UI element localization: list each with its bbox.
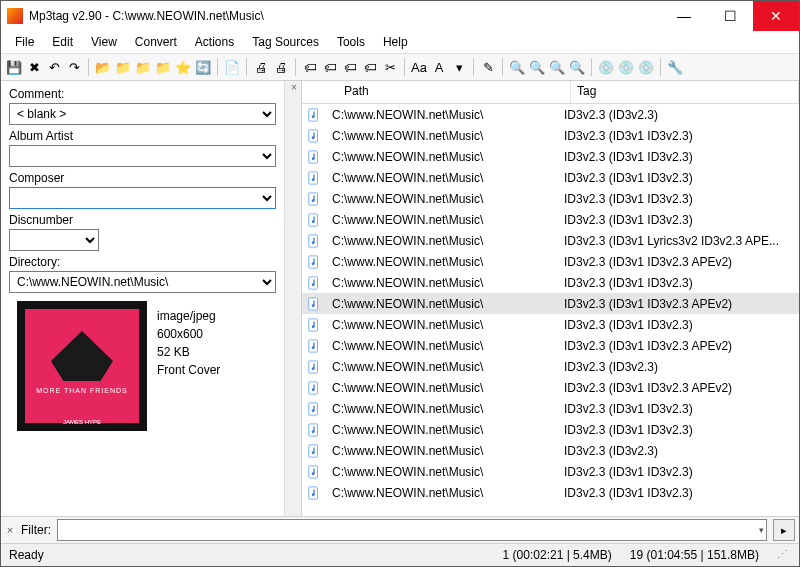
copy-tag-1-icon[interactable]: 🏷 xyxy=(301,58,319,76)
svg-point-19 xyxy=(312,304,315,307)
menu-actions[interactable]: Actions xyxy=(187,33,242,51)
filter-input[interactable]: ▾ xyxy=(57,519,767,541)
cover-info: image/jpeg 600x600 52 KB Front Cover xyxy=(157,301,220,431)
cell-path: C:\www.NEOWIN.net\Music\ xyxy=(326,213,558,227)
table-row[interactable]: C:\www.NEOWIN.net\Music\ID3v2.3 (ID3v1 I… xyxy=(302,125,799,146)
star-icon[interactable]: ⭐ xyxy=(174,58,192,76)
resize-grip-icon[interactable]: ⋰ xyxy=(777,548,791,562)
svg-point-23 xyxy=(312,346,315,349)
music-file-icon xyxy=(302,444,326,458)
print-all-icon[interactable]: 🖨 xyxy=(272,58,290,76)
actions-2-icon[interactable]: A xyxy=(430,58,448,76)
table-row[interactable]: C:\www.NEOWIN.net\Music\ID3v2.3 (ID3v2.3… xyxy=(302,104,799,125)
menu-help[interactable]: Help xyxy=(375,33,416,51)
music-file-icon xyxy=(302,150,326,164)
column-tag[interactable]: Tag xyxy=(571,81,799,103)
minimize-button[interactable]: — xyxy=(661,1,707,31)
table-row[interactable]: C:\www.NEOWIN.net\Music\ID3v2.3 (ID3v1 I… xyxy=(302,419,799,440)
cell-tag: ID3v2.3 (ID3v1 ID3v2.3 APEv2) xyxy=(558,255,799,269)
source-1-icon[interactable]: 🔍 xyxy=(508,58,526,76)
list-icon[interactable]: 📄 xyxy=(223,58,241,76)
cell-path: C:\www.NEOWIN.net\Music\ xyxy=(326,444,558,458)
table-row[interactable]: C:\www.NEOWIN.net\Music\ID3v2.3 (ID3v1 L… xyxy=(302,230,799,251)
disc-2-icon[interactable]: 💿 xyxy=(617,58,635,76)
svg-point-3 xyxy=(312,136,315,139)
copy-tag-3-icon[interactable]: 🏷 xyxy=(341,58,359,76)
print-icon[interactable]: 🖨 xyxy=(252,58,270,76)
table-row[interactable]: C:\www.NEOWIN.net\Music\ID3v2.3 (ID3v1 I… xyxy=(302,209,799,230)
menu-tag-sources[interactable]: Tag Sources xyxy=(244,33,327,51)
svg-rect-2 xyxy=(309,129,318,141)
undo-icon[interactable]: ↶ xyxy=(45,58,63,76)
folder-up-icon[interactable]: 📁 xyxy=(134,58,152,76)
table-row[interactable]: C:\www.NEOWIN.net\Music\ID3v2.3 (ID3v2.3… xyxy=(302,440,799,461)
title-bar: Mp3tag v2.90 - C:\www.NEOWIN.net\Music\ … xyxy=(1,1,799,31)
edit-icon[interactable]: ✎ xyxy=(479,58,497,76)
cell-tag: ID3v2.3 (ID3v1 ID3v2.3) xyxy=(558,465,799,479)
table-row[interactable]: C:\www.NEOWIN.net\Music\ID3v2.3 (ID3v1 I… xyxy=(302,335,799,356)
table-row[interactable]: C:\www.NEOWIN.net\Music\ID3v2.3 (ID3v1 I… xyxy=(302,272,799,293)
actions-1-icon[interactable]: Aa xyxy=(410,58,428,76)
table-row[interactable]: C:\www.NEOWIN.net\Music\ID3v2.3 (ID3v1 I… xyxy=(302,251,799,272)
album-artist-field[interactable] xyxy=(9,145,276,167)
table-row[interactable]: C:\www.NEOWIN.net\Music\ID3v2.3 (ID3v1 I… xyxy=(302,188,799,209)
svg-point-17 xyxy=(312,283,315,286)
close-button[interactable]: ✕ xyxy=(753,1,799,31)
music-file-icon xyxy=(302,486,326,500)
table-row[interactable]: C:\www.NEOWIN.net\Music\ID3v2.3 (ID3v1 I… xyxy=(302,398,799,419)
redo-icon[interactable]: ↷ xyxy=(65,58,83,76)
cell-path: C:\www.NEOWIN.net\Music\ xyxy=(326,381,558,395)
cell-path: C:\www.NEOWIN.net\Music\ xyxy=(326,150,558,164)
panel-scrollbar[interactable] xyxy=(284,81,301,516)
table-row[interactable]: C:\www.NEOWIN.net\Music\ID3v2.3 (ID3v2.3… xyxy=(302,356,799,377)
delete-icon[interactable]: ✖ xyxy=(25,58,43,76)
svg-point-15 xyxy=(312,262,315,265)
table-row[interactable]: C:\www.NEOWIN.net\Music\ID3v2.3 (ID3v1 I… xyxy=(302,461,799,482)
menu-bar: FileEditViewConvertActionsTag SourcesToo… xyxy=(1,31,799,54)
column-path[interactable]: Path xyxy=(338,81,571,103)
directory-field[interactable]: C:\www.NEOWIN.net\Music\ xyxy=(9,271,276,293)
disc-1-icon[interactable]: 💿 xyxy=(597,58,615,76)
comment-field[interactable]: < blank > xyxy=(9,103,276,125)
copy-tag-4-icon[interactable]: 🏷 xyxy=(361,58,379,76)
menu-tools[interactable]: Tools xyxy=(329,33,373,51)
discnumber-field[interactable] xyxy=(9,229,99,251)
composer-field[interactable] xyxy=(9,187,276,209)
album-art[interactable]: MORE THAN FRIENDS JAMES HYPE xyxy=(17,301,147,431)
music-file-icon xyxy=(302,234,326,248)
table-row[interactable]: C:\www.NEOWIN.net\Music\ID3v2.3 (ID3v1 I… xyxy=(302,377,799,398)
svg-point-25 xyxy=(312,367,315,370)
settings-icon[interactable]: 🔧 xyxy=(666,58,684,76)
dd-icon[interactable]: ▾ xyxy=(450,58,468,76)
list-header[interactable]: Path Tag xyxy=(302,81,799,104)
menu-file[interactable]: File xyxy=(7,33,42,51)
music-file-icon xyxy=(302,465,326,479)
maximize-button[interactable]: ☐ xyxy=(707,1,753,31)
save-icon[interactable]: 💾 xyxy=(5,58,23,76)
source-3-icon[interactable]: 🔍 xyxy=(548,58,566,76)
disc-3-icon[interactable]: 💿 xyxy=(637,58,655,76)
table-row[interactable]: C:\www.NEOWIN.net\Music\ID3v2.3 (ID3v1 I… xyxy=(302,146,799,167)
menu-convert[interactable]: Convert xyxy=(127,33,185,51)
panel-close-icon[interactable]: × xyxy=(287,81,301,95)
folder-open-icon[interactable]: 📂 xyxy=(94,58,112,76)
cell-path: C:\www.NEOWIN.net\Music\ xyxy=(326,276,558,290)
table-row[interactable]: C:\www.NEOWIN.net\Music\ID3v2.3 (ID3v1 I… xyxy=(302,482,799,503)
filter-go-button[interactable]: ▸ xyxy=(773,519,795,541)
source-4-icon[interactable]: 🔍 xyxy=(568,58,586,76)
cell-tag: ID3v2.3 (ID3v1 ID3v2.3 APEv2) xyxy=(558,339,799,353)
cut-tag-icon[interactable]: ✂ xyxy=(381,58,399,76)
table-row[interactable]: C:\www.NEOWIN.net\Music\ID3v2.3 (ID3v1 I… xyxy=(302,314,799,335)
chevron-down-icon[interactable]: ▾ xyxy=(759,525,764,535)
table-row[interactable]: C:\www.NEOWIN.net\Music\ID3v2.3 (ID3v1 I… xyxy=(302,293,799,314)
folder-add-icon[interactable]: 📁 xyxy=(114,58,132,76)
folder-fav-icon[interactable]: 📁 xyxy=(154,58,172,76)
refresh-icon[interactable]: 🔄 xyxy=(194,58,212,76)
menu-edit[interactable]: Edit xyxy=(44,33,81,51)
table-row[interactable]: C:\www.NEOWIN.net\Music\ID3v2.3 (ID3v1 I… xyxy=(302,167,799,188)
filter-clear-icon[interactable]: × xyxy=(5,524,15,536)
cell-tag: ID3v2.3 (ID3v2.3) xyxy=(558,444,799,458)
source-2-icon[interactable]: 🔍 xyxy=(528,58,546,76)
copy-tag-2-icon[interactable]: 🏷 xyxy=(321,58,339,76)
menu-view[interactable]: View xyxy=(83,33,125,51)
